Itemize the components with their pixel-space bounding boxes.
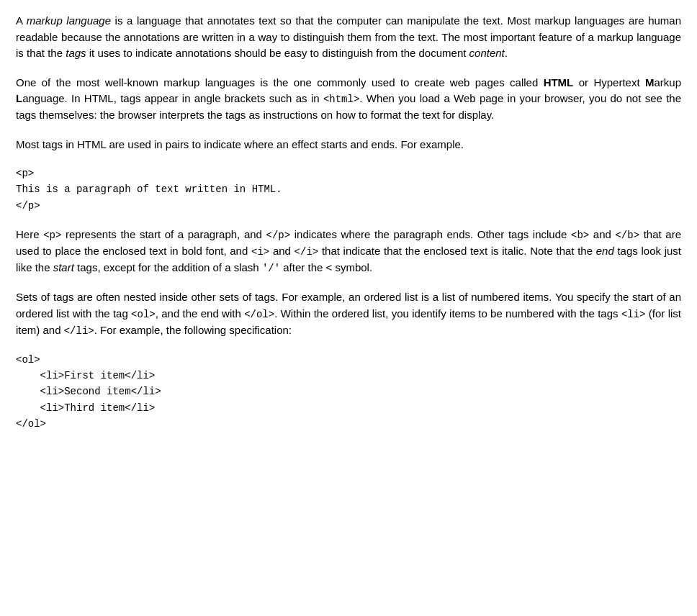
italic-markup-language: markup language [27,14,111,27]
italic-end: end [596,245,614,257]
inline-code-b-open: <b> [571,230,589,241]
code-block-2: <ol> <li>First item</li> <li>Second item… [16,352,681,432]
inline-code-b-close: </b> [615,230,639,241]
inline-code-html-tag: <html> [323,94,359,105]
italic-start: start [53,261,74,273]
inline-code-i-close: </i> [294,246,319,258]
inline-code-li-open: <li> [621,309,646,320]
paragraph-2: One of the most well-known markup langua… [16,75,681,124]
paragraph-4: Here <p> represents the start of a parag… [16,227,681,276]
italic-content: content [469,47,505,59]
inline-code-li-close: </li> [64,325,94,337]
inline-code-p-open: <p> [43,230,61,241]
bold-m: M [645,76,655,89]
code-block-1: <p> This is a paragraph of text written … [16,166,681,214]
paragraph-5: Sets of tags are often nested inside oth… [16,289,681,339]
inline-code-ol-close: </ol> [244,309,274,320]
paragraph-3: Most tags in HTML are used in pairs to i… [16,137,681,153]
paragraph-1: A markup language is a language that ann… [16,13,681,62]
bold-l: L [16,92,22,104]
inline-code-slash: '/' [262,263,280,274]
bold-html: HTML [544,76,574,89]
inline-code-ol-open: <ol> [131,309,156,320]
inline-code-i-open: <i> [251,246,269,258]
content-area: A markup language is a language that ann… [16,13,681,432]
inline-code-p-close: </p> [266,230,291,241]
italic-tags: tags [66,47,86,59]
